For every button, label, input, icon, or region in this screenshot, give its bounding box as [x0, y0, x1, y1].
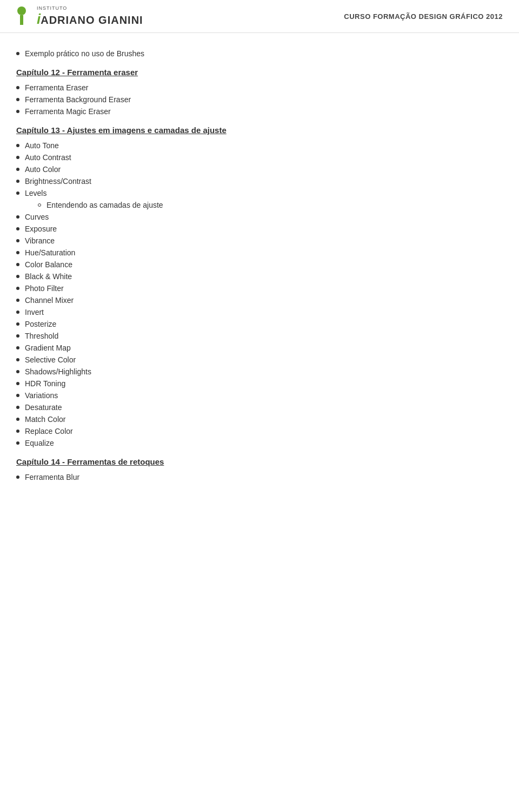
list-item-text: Posterize	[25, 320, 56, 328]
bullet-dot-icon	[16, 311, 19, 314]
bullet-dot-icon	[16, 476, 19, 479]
bullet-dot-icon	[16, 358, 19, 361]
bullet-dot-icon	[16, 430, 19, 433]
main-content: Exemplo prático no uso de BrushesCapítul…	[0, 44, 519, 501]
list-item: Auto Color	[16, 165, 503, 174]
list-item-text: Vibrance	[25, 236, 55, 245]
bullet-dot-icon	[16, 346, 19, 349]
list-item-text: Auto Tone	[25, 141, 59, 150]
list-item: Levels	[16, 189, 503, 197]
sub-list-item: Entendendo as camadas de ajuste	[38, 201, 503, 209]
list-item-text: Replace Color	[25, 427, 73, 435]
bullet-dot-icon	[16, 322, 19, 326]
list-item: HDR Toning	[16, 379, 503, 388]
list-item: Curves	[16, 213, 503, 221]
list-item-text: Curves	[25, 213, 49, 221]
list-item: Ferramenta Blur	[16, 473, 503, 481]
list-item: Color Balance	[16, 260, 503, 269]
list-item-text: Ferramenta Background Eraser	[25, 95, 131, 104]
list-item-text: HDR Toning	[25, 379, 65, 388]
list-item-text: Ferramenta Blur	[25, 473, 79, 481]
list-item-text: Desaturate	[25, 403, 62, 412]
list-item-text: Auto Color	[25, 165, 61, 174]
chapter-heading: Capítulo 13 - Ajustes em imagens e camad…	[16, 126, 503, 135]
list-item-text: Brightness/Contrast	[25, 177, 91, 186]
list-item-text: Shadows/Highlights	[25, 367, 91, 376]
page-header: INSTITUTO i ADRIANO GIANINI CURSO FORMAÇ…	[0, 0, 519, 33]
list-item-text: Gradient Map	[25, 344, 71, 352]
logo-area: INSTITUTO i ADRIANO GIANINI	[11, 5, 143, 27]
bullet-dot-icon	[16, 215, 19, 219]
bullet-dot-icon	[16, 275, 19, 278]
logo-text: INSTITUTO i ADRIANO GIANINI	[37, 6, 143, 27]
list-item: Auto Tone	[16, 141, 503, 150]
list-item: Exemplo prático no uso de Brushes	[16, 49, 503, 58]
list-item: Ferramenta Magic Eraser	[16, 107, 503, 116]
bullet-dot-icon	[16, 251, 19, 254]
bullet-dot-icon	[16, 192, 19, 195]
list-item: Selective Color	[16, 355, 503, 364]
bullet-dot-icon	[16, 382, 19, 385]
list-item-text: Selective Color	[25, 355, 76, 364]
logo-icon	[11, 5, 32, 27]
bullet-dot-icon	[16, 98, 19, 101]
list-item: Match Color	[16, 415, 503, 424]
list-item: Shadows/Highlights	[16, 367, 503, 376]
list-item-text: Channel Mixer	[25, 296, 74, 305]
svg-rect-1	[20, 15, 23, 25]
bullet-dot-icon	[16, 156, 19, 159]
course-title: CURSO FORMAÇÃO DESIGN GRÁFICO 2012	[344, 12, 503, 21]
logo-letter-i: i	[37, 11, 41, 27]
sub-list: Entendendo as camadas de ajuste	[38, 201, 503, 209]
bullet-dot-icon	[16, 287, 19, 290]
list-item: Invert	[16, 308, 503, 316]
bullet-dot-icon	[16, 86, 19, 89]
sub-bullet-icon	[38, 203, 41, 207]
bullet-dot-icon	[16, 334, 19, 338]
list-item: Replace Color	[16, 427, 503, 435]
list-item: Ferramenta Background Eraser	[16, 95, 503, 104]
list-item: Gradient Map	[16, 344, 503, 352]
svg-point-0	[17, 6, 26, 15]
list-item: Vibrance	[16, 236, 503, 245]
list-item: Equalize	[16, 439, 503, 447]
bullet-dot-icon	[16, 418, 19, 421]
list-item-text: Invert	[25, 308, 44, 316]
list-item: Exposure	[16, 225, 503, 233]
list-item: Threshold	[16, 332, 503, 340]
bullet-dot-icon	[16, 227, 19, 230]
bullet-dot-icon	[16, 180, 19, 183]
bullet-dot-icon	[16, 263, 19, 266]
bullet-dot-icon	[16, 168, 19, 171]
list-item-text: Auto Contrast	[25, 153, 71, 162]
list-item: Photo Filter	[16, 284, 503, 293]
list-item: Auto Contrast	[16, 153, 503, 162]
chapter-heading: Capítulo 14 - Ferramentas de retoques	[16, 457, 503, 466]
list-item: Ferramenta Eraser	[16, 83, 503, 92]
bullet-dot-icon	[16, 406, 19, 409]
list-item-text: Equalize	[25, 439, 54, 447]
list-item: Channel Mixer	[16, 296, 503, 305]
list-item-text: Exposure	[25, 225, 57, 233]
logo-name: i ADRIANO GIANINI	[37, 11, 143, 27]
bullet-dot-icon	[16, 370, 19, 373]
list-item: Variations	[16, 391, 503, 400]
list-item-text: Hue/Saturation	[25, 248, 75, 257]
sub-list-item-text: Entendendo as camadas de ajuste	[46, 201, 163, 209]
list-item: Posterize	[16, 320, 503, 328]
list-item-text: Ferramenta Magic Eraser	[25, 107, 111, 116]
bullet-dot-icon	[16, 239, 19, 242]
list-item-text: Threshold	[25, 332, 58, 340]
list-item: Black & White	[16, 272, 503, 281]
list-item-text: Exemplo prático no uso de Brushes	[25, 49, 144, 58]
list-item: Brightness/Contrast	[16, 177, 503, 186]
chapter-heading: Capítulo 12 - Ferramenta eraser	[16, 68, 503, 77]
list-item-text: Levels	[25, 189, 46, 197]
bullet-dot-icon	[16, 52, 19, 55]
list-item-text: Match Color	[25, 415, 65, 424]
bullet-dot-icon	[16, 299, 19, 302]
list-item-text: Variations	[25, 391, 58, 400]
bullet-dot-icon	[16, 144, 19, 147]
list-item: Hue/Saturation	[16, 248, 503, 257]
logo-brand-name: ADRIANO GIANINI	[41, 14, 143, 26]
